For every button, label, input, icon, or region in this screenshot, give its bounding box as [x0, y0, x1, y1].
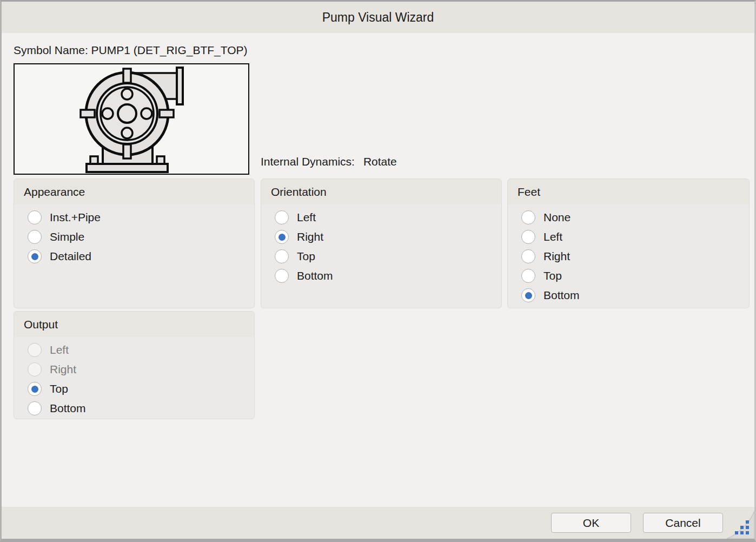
- group-appearance-title: Appearance: [24, 186, 85, 199]
- radio-icon: [521, 230, 535, 244]
- radio-option-output-top[interactable]: Top: [28, 379, 254, 399]
- radio-option-output-right: Right: [28, 360, 254, 379]
- radio-selected-icon: [275, 230, 289, 244]
- dialog-titlebar: Pump Visual Wizard: [2, 2, 754, 33]
- radio-icon: [28, 230, 42, 244]
- group-feet-header: Feet: [508, 179, 749, 204]
- group-orientation-header: Orientation: [261, 179, 501, 204]
- group-output: Output Left Right Top Bottom: [14, 311, 255, 419]
- group-feet: Feet None Left Right Top Bottom: [507, 179, 750, 308]
- radio-selected-icon: [28, 249, 42, 263]
- radio-icon: [28, 210, 42, 224]
- radio-disabled-icon: [28, 362, 42, 376]
- dialog-footer: OK Cancel: [2, 507, 754, 539]
- internal-dynamics-line: Internal Dynamics: Rotate: [261, 155, 397, 168]
- radio-option-orientation-left[interactable]: Left: [275, 208, 501, 227]
- radio-option-feet-top[interactable]: Top: [521, 266, 749, 286]
- pump-preview: [14, 63, 249, 175]
- radio-option-output-left: Left: [28, 340, 254, 360]
- radio-option-output-bottom[interactable]: Bottom: [28, 399, 254, 418]
- radio-icon: [275, 210, 289, 224]
- group-output-title: Output: [24, 318, 58, 331]
- radio-selected-icon: [28, 382, 42, 396]
- pump-visual-wizard-dialog: Pump Visual Wizard Symbol Name: PUMP1 (D…: [0, 0, 756, 542]
- group-orientation-title: Orientation: [271, 186, 327, 199]
- cancel-button[interactable]: Cancel: [643, 513, 723, 533]
- internal-dynamics-value: Rotate: [363, 155, 397, 168]
- radio-option-feet-none[interactable]: None: [521, 208, 749, 227]
- radio-icon: [275, 269, 289, 283]
- resize-grip-icon[interactable]: [725, 510, 754, 539]
- internal-dynamics-label: Internal Dynamics:: [261, 155, 355, 168]
- symbol-name-label: Symbol Name: PUMP1 (DET_RIG_BTF_TOP): [14, 44, 248, 57]
- radio-option-feet-left[interactable]: Left: [521, 227, 749, 247]
- radio-icon: [28, 401, 42, 415]
- radio-option-orientation-top[interactable]: Top: [275, 247, 501, 266]
- radio-option-orientation-bottom[interactable]: Bottom: [275, 266, 501, 286]
- radio-option-orientation-right[interactable]: Right: [275, 227, 501, 247]
- radio-icon: [521, 269, 535, 283]
- group-orientation: Orientation Left Right Top Bottom: [261, 179, 502, 308]
- radio-option-appearance-inst-pipe[interactable]: Inst.+Pipe: [28, 208, 254, 227]
- group-feet-title: Feet: [518, 186, 540, 199]
- radio-disabled-icon: [28, 343, 42, 357]
- radio-option-feet-bottom[interactable]: Bottom: [521, 286, 749, 305]
- group-appearance-header: Appearance: [14, 179, 254, 204]
- radio-option-feet-right[interactable]: Right: [521, 247, 749, 266]
- group-appearance: Appearance Inst.+Pipe Simple Detailed: [14, 179, 255, 308]
- ok-button[interactable]: OK: [551, 513, 631, 533]
- radio-option-appearance-detailed[interactable]: Detailed: [28, 247, 254, 266]
- pump-symbol-icon: [15, 64, 248, 174]
- group-output-header: Output: [14, 312, 254, 337]
- dialog-title: Pump Visual Wizard: [322, 10, 434, 25]
- radio-selected-icon: [521, 288, 535, 302]
- radio-icon: [521, 249, 535, 263]
- radio-option-appearance-simple[interactable]: Simple: [28, 227, 254, 247]
- radio-icon: [275, 249, 289, 263]
- radio-icon: [521, 210, 535, 224]
